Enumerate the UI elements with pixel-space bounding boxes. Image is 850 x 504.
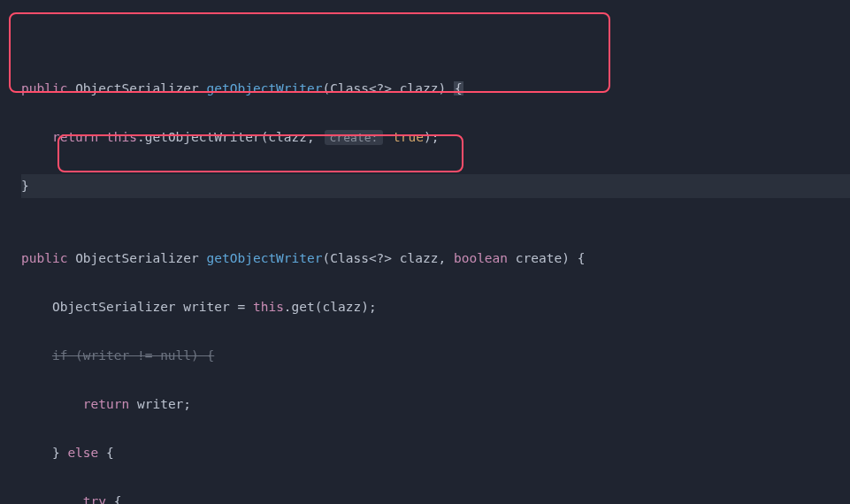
else: } (52, 446, 67, 460)
code-line: try { (21, 490, 850, 504)
return-type: ObjectSerializer (75, 81, 199, 95)
method-name: getObjectWriter (207, 81, 323, 95)
method-call: .get(clazz); (284, 300, 377, 314)
param-type: Class<?> (330, 81, 392, 95)
keyword-try: try (83, 494, 106, 504)
param-name: clazz (400, 251, 439, 265)
code-line: ObjectSerializer writer = this.get(clazz… (21, 295, 850, 320)
code-line (21, 28, 850, 53)
code-line: return writer; (21, 393, 850, 417)
param-name: create (516, 251, 562, 265)
keyword-return: return (52, 130, 98, 144)
return-expr: writer; (129, 397, 191, 411)
keyword-return: return (83, 397, 129, 411)
code-line: if (writer != null) { (21, 344, 850, 369)
method-name: getObjectWriter (207, 251, 323, 265)
keyword-public: public (21, 251, 67, 265)
method-call: .getObjectWriter(clazz, (137, 130, 315, 144)
code-line: } else { (21, 441, 850, 466)
param-type: boolean (454, 251, 508, 265)
brace: } (21, 179, 29, 193)
inlay-hint: create: (325, 130, 384, 145)
code-editor[interactable]: public ObjectSerializer getObjectWriter(… (0, 0, 850, 504)
dead-code: if (writer != null) { (52, 348, 214, 363)
keyword-else: else (67, 446, 98, 460)
var-name: writer (183, 300, 229, 314)
tail: ); (424, 130, 439, 144)
brace: { (454, 81, 463, 95)
paren: ) (438, 81, 446, 95)
paren: ( (323, 81, 331, 95)
param-type: Class<?> (330, 251, 392, 265)
bool-literal: true (393, 130, 424, 144)
code-line: public ObjectSerializer getObjectWriter(… (21, 77, 850, 102)
code-line (21, 198, 850, 223)
eq: = (230, 300, 253, 314)
param-name: clazz (400, 81, 439, 95)
keyword-this: this (253, 300, 284, 314)
return-type: ObjectSerializer (75, 251, 199, 265)
var-type: ObjectSerializer (52, 300, 176, 314)
code-line: public ObjectSerializer getObjectWriter(… (21, 247, 850, 271)
code-line-active: } (21, 174, 850, 199)
code-line: return this.getObjectWriter(clazz, creat… (21, 126, 850, 150)
keyword-public: public (21, 81, 67, 95)
keyword-this: this (106, 130, 137, 144)
